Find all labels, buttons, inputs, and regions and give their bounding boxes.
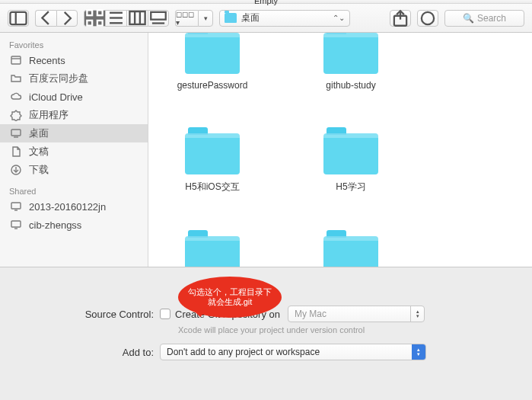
folder-icon bbox=[185, 133, 240, 174]
arrange-button[interactable]: ◻◻◻ ▾ bbox=[175, 10, 198, 27]
folder-icon bbox=[9, 72, 23, 85]
chevron-right-icon bbox=[57, 8, 77, 28]
folder-icon bbox=[323, 236, 378, 267]
sidebar-item-documents[interactable]: 文稿 bbox=[0, 142, 148, 161]
sidebar-item-downloads[interactable]: 下载 bbox=[0, 161, 148, 179]
svg-rect-17 bbox=[11, 56, 21, 64]
back-button[interactable] bbox=[35, 10, 56, 27]
desktop-icon bbox=[9, 127, 23, 139]
folder-icon bbox=[323, 133, 378, 174]
svg-rect-3 bbox=[97, 10, 103, 15]
sidebar-item-desktop[interactable]: 桌面 bbox=[0, 124, 148, 142]
folder-item[interactable]: gesturePassword bbox=[167, 33, 258, 91]
chevron-left-icon bbox=[36, 8, 56, 28]
chevron-down-icon: ▾ bbox=[204, 14, 208, 22]
list-icon bbox=[106, 8, 126, 28]
sidebar-item-recents[interactable]: Recents bbox=[0, 51, 148, 69]
chevron-updown-icon: ▴▾ bbox=[412, 344, 425, 360]
recents-icon bbox=[9, 54, 23, 66]
svg-rect-25 bbox=[11, 221, 21, 227]
sidebar-item-baidu[interactable]: 百度云同步盘 bbox=[0, 69, 148, 88]
arrange-segment: ◻◻◻ ▾ ▾ bbox=[175, 10, 213, 27]
documents-icon bbox=[9, 146, 23, 158]
svg-rect-23 bbox=[11, 203, 21, 209]
folder-item[interactable]: H5和iOS交互 bbox=[167, 133, 258, 194]
source-control-hint: Xcode will place your project under vers… bbox=[178, 325, 532, 334]
list-view-button[interactable] bbox=[105, 10, 126, 27]
create-git-checkbox[interactable] bbox=[160, 309, 170, 319]
source-control-label: Source Control: bbox=[0, 309, 160, 320]
add-to-label: Add to: bbox=[0, 347, 160, 358]
computer-icon bbox=[9, 200, 23, 213]
applications-icon bbox=[9, 109, 23, 121]
svg-rect-0 bbox=[10, 11, 26, 24]
search-field[interactable]: 🔍 Search bbox=[444, 10, 524, 27]
svg-rect-19 bbox=[11, 130, 21, 136]
grid-icon bbox=[84, 8, 105, 28]
file-browser[interactable]: gesturePassword github-study H5和iOS交互 H5… bbox=[148, 33, 532, 267]
svg-point-16 bbox=[422, 11, 434, 24]
git-location-select[interactable]: My Mac ▴▾ bbox=[288, 306, 425, 322]
svg-rect-9 bbox=[129, 11, 145, 24]
cloud-icon bbox=[9, 91, 23, 103]
svg-rect-5 bbox=[97, 21, 103, 26]
tag-icon bbox=[418, 8, 438, 28]
columns-icon bbox=[127, 8, 148, 28]
computer-icon bbox=[9, 219, 23, 231]
folder-item[interactable]: mandy bbox=[167, 236, 258, 267]
folder-icon bbox=[185, 236, 240, 267]
folder-item[interactable]: H5学习 bbox=[305, 133, 397, 194]
share-icon bbox=[390, 8, 410, 28]
search-placeholder: Search bbox=[477, 13, 506, 24]
chevron-updown-icon: ▴▾ bbox=[410, 306, 424, 322]
forward-button[interactable] bbox=[56, 10, 78, 27]
svg-rect-12 bbox=[151, 11, 166, 19]
sidebar-toggle-button[interactable] bbox=[8, 10, 29, 27]
shared-header: Shared bbox=[0, 184, 148, 197]
location-label: 桌面 bbox=[241, 11, 333, 24]
svg-rect-2 bbox=[87, 10, 92, 15]
toolbar: ◻◻◻ ▾ ▾ 桌面 ⌃⌄ 🔍 Search bbox=[0, 4, 532, 33]
coverflow-view-button[interactable] bbox=[148, 10, 169, 27]
sidebar-item-applications[interactable]: 应用程序 bbox=[0, 106, 148, 124]
folder-item[interactable]: swift练习 bbox=[305, 236, 397, 267]
folder-icon bbox=[323, 33, 378, 74]
search-icon: 🔍 bbox=[463, 13, 474, 24]
arrange-dropdown-button[interactable]: ▾ bbox=[198, 10, 213, 27]
sidebar-item-shared-1[interactable]: cib-zhengss bbox=[0, 216, 148, 234]
folder-icon bbox=[225, 13, 237, 23]
tags-button[interactable] bbox=[417, 10, 438, 27]
gallery-icon bbox=[148, 8, 168, 28]
annotation-callout: 勾选这个，工程目录下就会生成.git bbox=[178, 277, 282, 318]
action-button[interactable] bbox=[390, 10, 411, 27]
favorites-header: Favorites bbox=[0, 37, 148, 51]
sidebar-icon bbox=[8, 8, 28, 28]
options-panel: 勾选这个，工程目录下就会生成.git Source Control: Creat… bbox=[0, 267, 532, 400]
sidebar-item-icloud[interactable]: iCloud Drive bbox=[0, 88, 148, 106]
arrange-icon: ◻◻◻ ▾ bbox=[176, 10, 198, 27]
nav-back-forward bbox=[35, 10, 78, 27]
add-to-select[interactable]: Don't add to any project or workspace ▴▾ bbox=[160, 344, 426, 360]
column-view-button[interactable] bbox=[126, 10, 148, 27]
sidebar: Favorites Recents 百度云同步盘 iCloud Drive 应用… bbox=[0, 33, 148, 267]
chevron-updown-icon: ⌃⌄ bbox=[333, 14, 345, 22]
folder-item[interactable]: github-study bbox=[305, 33, 397, 91]
view-mode-segment bbox=[84, 10, 169, 27]
folder-icon bbox=[185, 33, 240, 74]
icon-view-button[interactable] bbox=[84, 10, 105, 27]
svg-rect-4 bbox=[87, 21, 92, 26]
downloads-icon bbox=[9, 164, 23, 176]
location-dropdown[interactable]: 桌面 ⌃⌄ bbox=[219, 10, 350, 27]
sidebar-item-shared-0[interactable]: 2013-20160122jn bbox=[0, 197, 148, 216]
